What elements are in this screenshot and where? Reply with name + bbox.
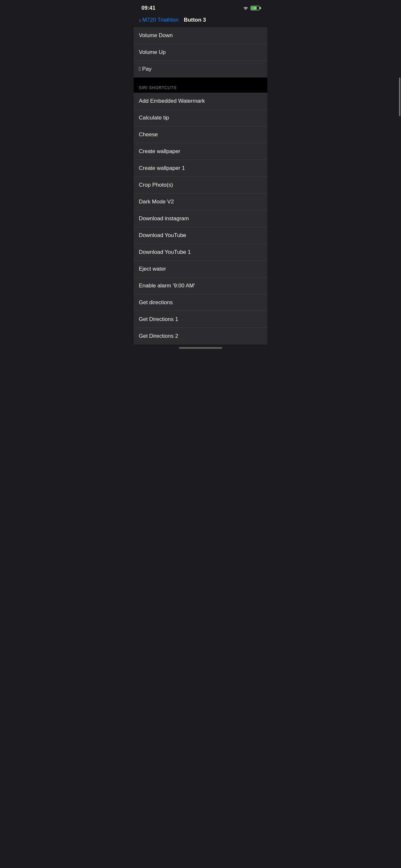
list-item-text: Download YouTube xyxy=(139,232,186,239)
list-item-text: Create wallpaper xyxy=(139,148,181,155)
battery-icon: ⚡ xyxy=(251,6,259,10)
list-item-text: Enable alarm '9:00 AM' xyxy=(139,283,195,289)
list-item-text: Add Embedded Watermark xyxy=(139,98,205,104)
status-bar: 09:41 ⚡ xyxy=(134,0,267,14)
list-item-text: Download YouTube 1 xyxy=(139,249,191,255)
list-item-crop-photos[interactable]: Crop Photo(s) xyxy=(134,177,267,193)
list-item-text: Get Directions 1 xyxy=(139,316,178,322)
list-item-cheese[interactable]: Cheese xyxy=(134,126,267,143)
list-item-text: Get directions xyxy=(139,299,173,306)
list-item-text: Download instagram xyxy=(139,215,189,222)
status-time: 09:41 xyxy=(142,5,155,11)
list-item-add-embedded-watermark[interactable]: Add Embedded Watermark xyxy=(134,93,267,110)
list-item-text: Pay xyxy=(142,66,151,72)
list-item-text: Cheese xyxy=(139,131,158,138)
list-item-enable-alarm[interactable]: Enable alarm '9:00 AM' xyxy=(134,277,267,294)
top-items-section: Volume Down Volume Up  Pay xyxy=(134,27,267,78)
back-button[interactable]: ‹ M720 Triathlon xyxy=(139,17,179,23)
list-item-text: Volume Up xyxy=(139,49,166,56)
list-item-text: Volume Down xyxy=(139,32,173,39)
apple-logo-icon:  xyxy=(139,66,141,72)
section-divider xyxy=(134,78,267,80)
wifi-icon xyxy=(243,6,249,10)
list-item-dark-mode-v2[interactable]: Dark Mode V2 xyxy=(134,193,267,210)
list-item-volume-up[interactable]: Volume Up xyxy=(134,44,267,61)
list-item-create-wallpaper[interactable]: Create wallpaper xyxy=(134,143,267,160)
back-chevron-icon: ‹ xyxy=(139,17,141,23)
list-item-create-wallpaper-1[interactable]: Create wallpaper 1 xyxy=(134,160,267,177)
list-item-eject-water[interactable]: Eject water xyxy=(134,260,267,277)
list-item-get-directions[interactable]: Get directions xyxy=(134,294,267,311)
page-title: Button 3 xyxy=(184,17,206,23)
list-item-download-youtube[interactable]: Download YouTube xyxy=(134,227,267,244)
list-item-text: Dark Mode V2 xyxy=(139,198,174,205)
shortcuts-list: Add Embedded Watermark Calculate tip Che… xyxy=(134,93,267,345)
list-item-text: Crop Photo(s) xyxy=(139,182,173,188)
battery-container: ⚡ xyxy=(251,6,259,10)
home-indicator xyxy=(134,345,267,350)
list-item-download-youtube-1[interactable]: Download YouTube 1 xyxy=(134,244,267,260)
status-icons: ⚡ xyxy=(243,6,259,10)
list-item-get-directions-1[interactable]: Get Directions 1 xyxy=(134,311,267,328)
siri-shortcuts-section: SIRI SHORTCUTS xyxy=(134,78,267,93)
list-item-text: Create wallpaper 1 xyxy=(139,165,185,172)
list-item-apple-pay[interactable]:  Pay xyxy=(134,61,267,78)
list-item-volume-down[interactable]: Volume Down xyxy=(134,27,267,44)
list-item-download-instagram[interactable]: Download instagram xyxy=(134,210,267,227)
list-item-text: Eject water xyxy=(139,266,166,272)
home-bar xyxy=(179,347,222,349)
list-item-text: Get Directions 2 xyxy=(139,333,178,339)
nav-header: ‹ M720 Triathlon Button 3 xyxy=(134,14,267,27)
siri-shortcuts-header: SIRI SHORTCUTS xyxy=(134,80,267,93)
charging-bolt-icon: ⚡ xyxy=(253,6,257,10)
back-label: M720 Triathlon xyxy=(143,17,179,23)
list-item-calculate-tip[interactable]: Calculate tip xyxy=(134,110,267,126)
list-item-get-directions-2[interactable]: Get Directions 2 xyxy=(134,328,267,345)
list-item-text: Calculate tip xyxy=(139,115,169,121)
